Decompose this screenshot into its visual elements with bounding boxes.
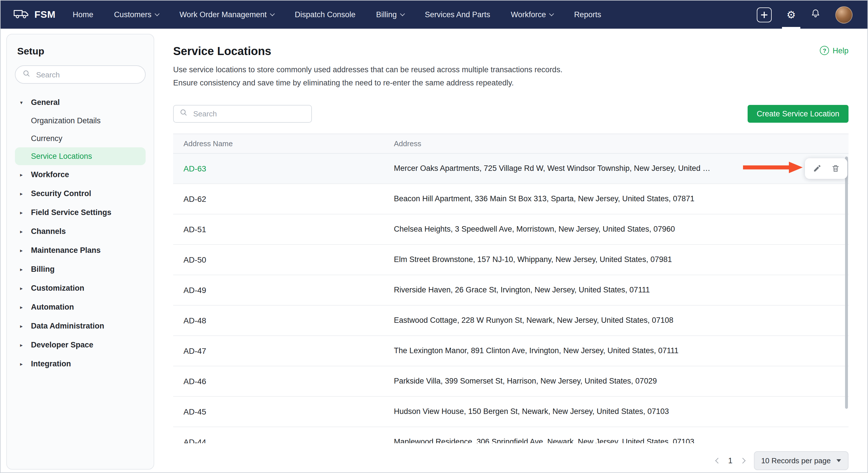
fsm-logo[interactable]: FSM [13, 7, 56, 22]
delete-button[interactable] [828, 162, 843, 176]
address-cell: Elm Street Brownstone, 157 NJ-10, Whippa… [394, 255, 848, 264]
sidebar-section-integration[interactable]: Integration [15, 354, 146, 373]
record-link[interactable]: AD-45 [183, 407, 206, 416]
chevron-down-icon [155, 11, 160, 17]
sidebar-search [15, 65, 146, 84]
record-link[interactable]: AD-51 [183, 225, 206, 234]
sidebar-section-channels[interactable]: Channels [15, 222, 146, 241]
help-icon [820, 46, 829, 55]
record-link[interactable]: AD-48 [183, 316, 206, 325]
sidebar-item-currency[interactable]: Currency [15, 130, 146, 147]
record-link[interactable]: AD-62 [183, 194, 206, 203]
record-link[interactable]: AD-63 [183, 164, 206, 173]
table-search [173, 105, 312, 123]
nav-item-workforce[interactable]: Workforce [511, 10, 554, 19]
table-row[interactable]: AD-63 Mercer Oaks Apartments, 725 Villag… [173, 154, 848, 184]
create-service-location-button[interactable]: Create Service Location [748, 105, 848, 123]
sidebar-section-maintenance-plans[interactable]: Maintenance Plans [15, 241, 146, 260]
chevron-right-icon [20, 323, 23, 329]
record-link[interactable]: AD-44 [183, 437, 206, 443]
table-row[interactable]: AD-51 Chelsea Heights, 3 Speedwell Ave, … [173, 214, 848, 245]
sidebar-section-customization[interactable]: Customization [15, 279, 146, 297]
address-cell: Mercer Oaks Apartments, 725 Village Rd W… [394, 164, 848, 173]
sidebar-section-field-service-settings[interactable]: Field Service Settings [15, 203, 146, 222]
table-row[interactable]: AD-50 Elm Street Brownstone, 157 NJ-10, … [173, 245, 848, 275]
plus-icon [757, 7, 772, 22]
truck-logo-icon [13, 7, 29, 22]
table-row[interactable]: AD-47 The Lexington Manor, 891 Clinton A… [173, 336, 848, 366]
page-description: Use service locations to store commonly … [173, 64, 577, 90]
table-row[interactable]: AD-49 Riverside Haven, 26 Grace St, Irvi… [173, 275, 848, 306]
nav-item-billing[interactable]: Billing [376, 10, 404, 19]
avatar [835, 6, 852, 23]
address-cell: Chelsea Heights, 3 Speedwell Ave, Morris… [394, 225, 848, 233]
address-cell: Hudson View House, 150 Bergen St, Newark… [394, 407, 848, 416]
address-cell: The Lexington Manor, 891 Clinton Ave, Ir… [394, 347, 848, 355]
table-row[interactable]: AD-46 Parkside Villa, 399 Somerset St, H… [173, 366, 848, 397]
record-link[interactable]: AD-46 [183, 377, 206, 386]
table-row[interactable]: AD-62 Beacon Hill Apartment, 336 Main St… [173, 184, 848, 214]
caret-down-icon [836, 459, 841, 462]
address-cell: Riverside Haven, 26 Grace St, Irvington,… [394, 286, 848, 294]
sidebar-section-general[interactable]: General [15, 93, 146, 112]
navbar-actions: ⚙ [752, 1, 857, 29]
sidebar-title: Setup [15, 45, 146, 57]
nav-item-customers[interactable]: Customers [114, 10, 159, 19]
nav-item-home[interactable]: Home [73, 10, 93, 19]
table-row[interactable]: AD-48 Eastwood Cottage, 228 W Runyon St,… [173, 306, 848, 336]
address-cell: Maplewood Residence, 306 Springfield Ave… [394, 438, 848, 443]
sidebar-item-service-locations[interactable]: Service Locations [15, 147, 146, 165]
toolbar: Create Service Location [173, 105, 848, 123]
nav-item-work-order-management[interactable]: Work Order Management [180, 10, 274, 19]
record-link[interactable]: AD-49 [183, 286, 206, 295]
sidebar-section-workforce[interactable]: Workforce [15, 165, 146, 184]
notifications-button[interactable] [806, 1, 825, 29]
nav-item-dispatch-console[interactable]: Dispatch Console [295, 10, 355, 19]
record-link[interactable]: AD-50 [183, 255, 206, 264]
page-title: Service Locations [173, 45, 271, 58]
setup-gear-button[interactable]: ⚙ [782, 1, 800, 29]
records-per-page-dropdown[interactable]: 10 Records per page [754, 451, 848, 470]
quick-add-button[interactable] [752, 1, 776, 29]
column-header-address-name: Address Name [173, 139, 394, 148]
chevron-right-icon [20, 361, 23, 367]
chevron-right-icon [20, 266, 23, 272]
table-header-row: Address Name Address [173, 134, 848, 154]
brand-name: FSM [34, 9, 56, 20]
sidebar-section-data-administration[interactable]: Data Administration [15, 316, 146, 336]
next-page-icon[interactable] [740, 458, 745, 464]
chevron-right-icon [20, 304, 23, 310]
chevron-down-icon [20, 99, 23, 105]
search-icon [22, 69, 30, 80]
app-window: FSM Home Customers Work Order Management… [0, 0, 868, 473]
nav-item-services-and-parts[interactable]: Services And Parts [425, 10, 490, 19]
sidebar-section-security-control[interactable]: Security Control [15, 184, 146, 203]
record-link[interactable]: AD-47 [183, 346, 206, 355]
sidebar-item-organization-details[interactable]: Organization Details [15, 112, 146, 130]
page-number[interactable]: 1 [728, 456, 733, 465]
previous-page-icon[interactable] [715, 458, 721, 464]
table-scrollbar[interactable] [845, 157, 848, 409]
sidebar-section-billing[interactable]: Billing [15, 260, 146, 279]
chevron-right-icon [20, 210, 23, 215]
service-locations-table: Address Name Address AD-63 Mercer Oaks A… [173, 134, 848, 443]
nav-menu: Home Customers Work Order Management Dis… [73, 10, 752, 19]
chevron-right-icon [20, 228, 23, 234]
row-actions [805, 158, 847, 179]
table-row[interactable]: AD-45 Hudson View House, 150 Bergen St, … [173, 397, 848, 427]
help-link[interactable]: Help [820, 46, 848, 55]
sidebar-section-automation[interactable]: Automation [15, 297, 146, 316]
address-cell: Parkside Villa, 399 Somerset St, Harriso… [394, 377, 848, 385]
user-menu[interactable] [831, 1, 857, 29]
chevron-right-icon [20, 342, 23, 348]
sidebar-section-developer-space[interactable]: Developer Space [15, 336, 146, 354]
gear-icon: ⚙ [786, 9, 796, 20]
top-navbar: FSM Home Customers Work Order Management… [1, 1, 867, 29]
table-search-input[interactable] [192, 109, 306, 119]
table-row[interactable]: AD-44 Maplewood Residence, 306 Springfie… [173, 427, 848, 443]
chevron-right-icon [20, 172, 23, 178]
setup-sidebar: Setup General Organization Details Curre… [6, 34, 154, 470]
nav-item-reports[interactable]: Reports [574, 10, 601, 19]
edit-button[interactable] [809, 162, 825, 176]
sidebar-search-input[interactable] [35, 70, 138, 80]
